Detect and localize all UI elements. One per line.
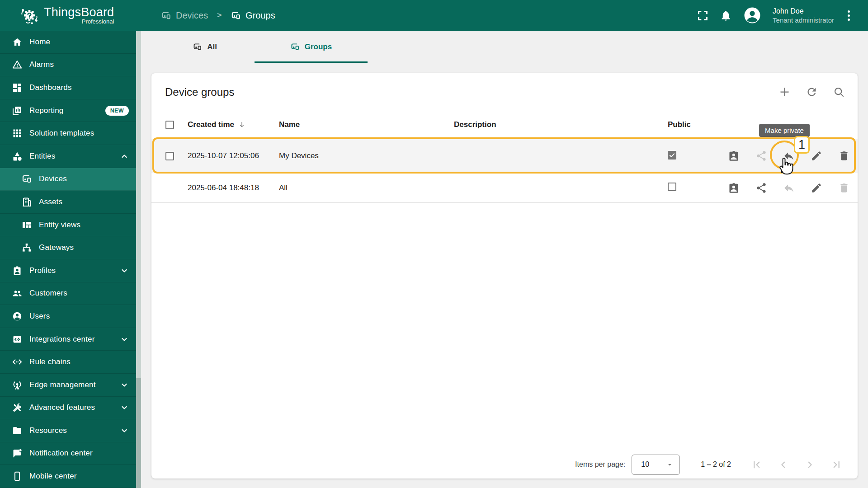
sidebar-item-gateways[interactable]: Gateways — [0, 236, 136, 259]
sidebar-item-advanced-features[interactable]: Advanced features — [0, 397, 136, 420]
table-header-row: Created time Name Description Public — [151, 111, 858, 139]
breadcrumb-devices[interactable]: Devices — [161, 10, 208, 21]
sidebar-item-entity-views[interactable]: Entity views — [0, 214, 136, 237]
row-checkbox[interactable] — [165, 152, 174, 160]
make-private-button[interactable] — [783, 150, 795, 162]
notification-icon — [12, 448, 23, 459]
sidebar-item-dashboards[interactable]: Dashboards — [0, 76, 136, 99]
chevron-down-icon — [120, 380, 129, 389]
delete-button[interactable] — [838, 182, 850, 194]
table-row-all[interactable]: 2025-06-04 18:48:18 All — [151, 173, 858, 203]
group-permissions-button[interactable] — [728, 150, 740, 162]
tab-groups[interactable]: Groups — [255, 31, 368, 63]
add-icon — [778, 86, 791, 98]
sidebar-item-notification-center[interactable]: Notification center — [0, 442, 136, 465]
main-content: All Groups Device groups Created t — [141, 31, 868, 488]
last-page-icon — [831, 459, 842, 470]
kebab-menu-icon[interactable] — [845, 9, 853, 23]
device-groups-card: Device groups Created time Name Descript… — [151, 73, 858, 479]
sidebar-item-resources[interactable]: Resources — [0, 419, 136, 442]
sidebar-item-integrations-center[interactable]: Integrations center — [0, 328, 136, 351]
edit-button[interactable] — [811, 182, 822, 194]
profiles-icon — [12, 265, 23, 276]
page-size-select[interactable]: 10 — [632, 455, 680, 475]
edit-icon — [811, 182, 822, 194]
breadcrumb-groups[interactable]: Groups — [231, 10, 275, 21]
sidebar-item-users[interactable]: Users — [0, 305, 136, 328]
sidebar-item-alarms[interactable]: Alarms — [0, 54, 136, 77]
column-header-created-time[interactable]: Created time — [188, 120, 234, 129]
last-page-button[interactable] — [831, 459, 842, 470]
customers-icon — [12, 288, 23, 299]
first-page-button[interactable] — [751, 459, 762, 470]
cell-created-time: 2025-10-07 12:05:06 — [188, 151, 259, 160]
sidebar-item-edge-management[interactable]: Edge management — [0, 374, 136, 397]
make-private-button[interactable] — [783, 182, 795, 194]
check-icon — [669, 152, 675, 159]
next-page-button[interactable] — [804, 459, 816, 470]
integrations-icon — [12, 334, 23, 345]
sidebar-item-customers[interactable]: Customers — [0, 282, 136, 305]
thingsboard-logo-icon — [19, 5, 40, 26]
public-checkbox-checked[interactable] — [668, 151, 676, 160]
caret-down-icon — [666, 461, 673, 468]
thingsboard-screen: ThingsBoard Professional Devices > Group… — [0, 0, 868, 488]
fullscreen-icon — [697, 9, 709, 22]
group-permissions-icon — [728, 150, 740, 162]
table-row-my-devices[interactable]: 2025-10-07 12:05:06 My Devices — [151, 139, 858, 173]
delete-button[interactable] — [838, 150, 850, 162]
sidebar-item-entities[interactable]: Entities — [0, 145, 136, 168]
edge-icon — [12, 380, 23, 390]
refresh-button[interactable] — [806, 86, 818, 98]
entity-views-icon — [21, 220, 32, 230]
sidebar-scrollbar-thumb[interactable] — [136, 31, 141, 378]
sidebar-item-profiles[interactable]: Profiles — [0, 259, 136, 282]
pagination-range-label: 1 – 2 of 2 — [701, 460, 731, 469]
share-button[interactable] — [755, 150, 767, 162]
next-page-icon — [804, 459, 816, 470]
user-menu[interactable]: John Doe Tenant administrator — [773, 7, 834, 24]
page-title: Device groups — [165, 86, 234, 99]
edit-icon — [811, 150, 822, 162]
dashboards-icon — [12, 82, 23, 93]
items-per-page-label: Items per page: — [575, 460, 625, 469]
devices-icon — [290, 42, 300, 52]
sidebar-item-home[interactable]: Home — [0, 31, 136, 54]
entities-icon — [12, 151, 23, 162]
make-private-icon — [783, 182, 795, 194]
column-header-description[interactable]: Description — [454, 120, 496, 129]
group-permissions-button[interactable] — [728, 182, 740, 194]
sidebar: Home Alarms Dashboards ReportingNEW Solu… — [0, 31, 141, 488]
previous-page-button[interactable] — [778, 459, 789, 470]
select-all-checkbox[interactable] — [165, 121, 174, 129]
share-button[interactable] — [755, 182, 767, 194]
sidebar-item-mobile-center[interactable]: Mobile center — [0, 465, 136, 488]
breadcrumb-separator: > — [217, 11, 222, 20]
user-avatar[interactable] — [743, 6, 762, 25]
public-checkbox-unchecked[interactable] — [668, 183, 676, 191]
tab-bar: All Groups — [141, 31, 868, 63]
page-size-value: 10 — [641, 460, 649, 469]
cell-created-time: 2025-06-04 18:48:18 — [188, 183, 259, 192]
sort-desc-arrow-icon[interactable] — [238, 121, 246, 129]
group-permissions-icon — [728, 182, 740, 194]
app-title: ThingsBoard — [44, 6, 114, 19]
thingsboard-logo[interactable]: ThingsBoard Professional — [0, 5, 114, 26]
sidebar-item-rule-chains[interactable]: Rule chains — [0, 351, 136, 374]
notifications-button[interactable] — [720, 9, 732, 22]
edit-button[interactable] — [811, 150, 822, 162]
paginator: Items per page: 10 1 – 2 of 2 — [151, 450, 858, 479]
user-name: John Doe — [773, 7, 834, 16]
search-button[interactable] — [833, 86, 845, 98]
sidebar-item-solution-templates[interactable]: Solution templates — [0, 122, 136, 145]
fullscreen-button[interactable] — [697, 9, 709, 22]
make-private-icon — [783, 150, 795, 162]
sidebar-item-assets[interactable]: Assets — [0, 191, 136, 214]
tab-all[interactable]: All — [155, 31, 255, 63]
add-group-button[interactable] — [778, 86, 791, 98]
sidebar-item-devices[interactable]: Devices — [0, 168, 136, 191]
new-badge: NEW — [105, 106, 129, 116]
sidebar-item-reporting[interactable]: ReportingNEW — [0, 99, 136, 122]
column-header-name[interactable]: Name — [279, 120, 300, 129]
solution-templates-icon — [12, 128, 23, 139]
